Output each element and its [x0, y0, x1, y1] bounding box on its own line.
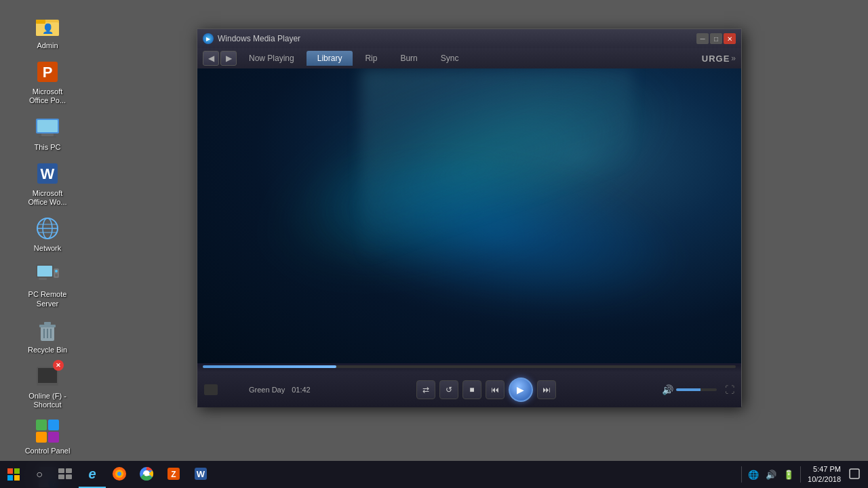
shuffle-icon: ⇄	[422, 385, 429, 394]
taskbar-app-firefox[interactable]	[106, 461, 133, 488]
tray-divider	[741, 466, 742, 483]
pc-remote-icon-label: PC Remote Server	[23, 290, 72, 308]
wmp-minimize-button[interactable]: ─	[696, 33, 709, 44]
wmp-tab-library[interactable]: Library	[307, 51, 353, 66]
edge-icon: e	[88, 466, 96, 482]
desktop-icon-admin[interactable]: 👤 Admin	[20, 9, 75, 53]
wmp-fullscreen-button[interactable]: ⛶	[725, 384, 734, 395]
svg-text:👤: 👤	[42, 23, 54, 35]
wmp-shuffle-button[interactable]: ⇄	[416, 380, 435, 399]
svg-rect-52	[7, 468, 13, 474]
svg-rect-9	[39, 136, 56, 138]
svg-rect-25	[44, 322, 51, 325]
task-view-icon	[58, 468, 73, 480]
svg-rect-18	[37, 266, 52, 277]
svg-point-62	[117, 472, 121, 476]
svg-rect-32	[48, 420, 59, 430]
svg-rect-70	[850, 469, 859, 479]
svg-rect-53	[14, 468, 20, 474]
taskbar-search-button[interactable]: ○	[27, 462, 52, 487]
wmp-repeat-button[interactable]: ↺	[439, 380, 458, 399]
desktop-icon-online-shortcut[interactable]: ✕ Online (F) - Shortcut	[20, 360, 75, 412]
control-panel-icon	[34, 418, 61, 445]
taskbar-app-edge[interactable]: e	[79, 461, 106, 488]
wmp-next-button[interactable]: ⏭	[537, 380, 556, 399]
taskbar-clock[interactable]: 5:47 PM 10/2/2018	[805, 464, 844, 485]
office-wo-icon: W	[34, 160, 61, 187]
svg-point-22	[55, 274, 58, 277]
recycle-bin-icon-label: Recycle Bin	[28, 346, 67, 354]
svg-rect-57	[66, 468, 72, 473]
wmp-logo-icon: ▶	[203, 33, 214, 44]
stop-icon: ■	[469, 385, 474, 394]
wmp-window-title: Windows Media Player	[218, 34, 300, 43]
wmp-volume-slider[interactable]	[676, 388, 717, 391]
taskbar: ○ e	[0, 461, 868, 488]
wmp-forward-button[interactable]: ▶	[220, 51, 237, 66]
wmp-back-button[interactable]: ◀	[203, 51, 219, 66]
wmp-more-button[interactable]: »	[731, 54, 736, 63]
desktop-icon-recycle-bin[interactable]: Recycle Bin	[20, 314, 75, 357]
this-pc-icon-label: This PC	[34, 143, 60, 152]
bandizip-icon: Z	[166, 466, 181, 481]
wmp-play-button[interactable]: ▶	[509, 378, 533, 402]
svg-point-65	[144, 472, 149, 476]
desktop-icon-office-wo[interactable]: W Microsoft Office Wo...	[20, 157, 75, 209]
taskbar-app-bandizip[interactable]: Z	[160, 461, 187, 488]
network-icon	[34, 215, 61, 242]
wmp-tab-rip[interactable]: Rip	[354, 51, 388, 66]
wmp-tab-burn[interactable]: Burn	[389, 51, 428, 66]
start-button[interactable]	[0, 461, 27, 488]
desktop-icon-pc-remote[interactable]: PC Remote Server	[20, 258, 75, 310]
desktop-icon-control-panel[interactable]: Control Panel	[20, 415, 75, 458]
taskbar-app-task-view[interactable]	[52, 461, 79, 488]
wmp-window-controls: ─ □ ✕	[696, 33, 736, 44]
wmp-song-name: Green Day	[249, 386, 285, 394]
svg-text:Z: Z	[171, 470, 176, 479]
svg-rect-8	[41, 134, 54, 136]
desktop-icon-office-po[interactable]: P Microsoft Office Po...	[20, 56, 75, 108]
svg-rect-58	[58, 474, 64, 479]
svg-rect-24	[39, 325, 56, 327]
svg-rect-56	[58, 468, 64, 473]
wmp-close-button[interactable]: ✕	[724, 33, 736, 44]
tray-volume-icon[interactable]: 🔊	[764, 468, 778, 481]
wmp-prev-button[interactable]: ⏮	[486, 380, 505, 399]
this-pc-icon	[34, 114, 61, 141]
desktop-icon-network[interactable]: Network	[20, 212, 75, 256]
svg-rect-51	[204, 384, 218, 395]
svg-rect-19	[39, 278, 47, 280]
desktop-icon-this-pc[interactable]: This PC	[20, 111, 75, 155]
wmp-stop-button[interactable]: ■	[462, 380, 481, 399]
svg-rect-54	[7, 475, 13, 481]
online-shortcut-icon: ✕	[34, 363, 61, 390]
chrome-icon	[139, 466, 154, 481]
notification-button[interactable]	[846, 467, 863, 483]
wmp-title-left: ▶ Windows Media Player	[203, 33, 300, 44]
office-po-icon: P	[34, 58, 61, 85]
play-icon: ▶	[517, 384, 524, 395]
svg-rect-55	[14, 475, 20, 481]
svg-text:W: W	[41, 165, 55, 182]
taskbar-app-word[interactable]: W	[187, 461, 214, 488]
wmp-tab-sync[interactable]: Sync	[430, 51, 470, 66]
svg-rect-7	[37, 120, 58, 132]
wmp-urge-label[interactable]: URGE	[702, 54, 730, 64]
search-icon: ○	[36, 468, 43, 481]
svg-rect-33	[36, 432, 47, 443]
taskbar-app-chrome[interactable]	[133, 461, 160, 488]
svg-point-21	[55, 270, 58, 272]
svg-rect-34	[48, 432, 59, 443]
word-taskbar-icon: W	[193, 466, 208, 481]
wmp-progress-bar[interactable]	[203, 365, 736, 368]
wmp-maximize-button[interactable]: □	[710, 33, 722, 44]
shortcut-badge-online: ✕	[53, 360, 64, 371]
svg-rect-31	[36, 420, 47, 430]
tray-network-icon[interactable]: 🌐	[746, 468, 761, 481]
prev-icon: ⏮	[491, 385, 499, 394]
wmp-navbar: ◀ ▶ Now Playing Library Rip Burn Sync UR…	[197, 48, 741, 68]
wmp-progress-area[interactable]	[197, 365, 741, 372]
pc-remote-icon	[34, 261, 61, 288]
taskbar-date-display: 10/2/2018	[808, 474, 841, 485]
wmp-tab-now-playing[interactable]: Now Playing	[238, 51, 305, 66]
